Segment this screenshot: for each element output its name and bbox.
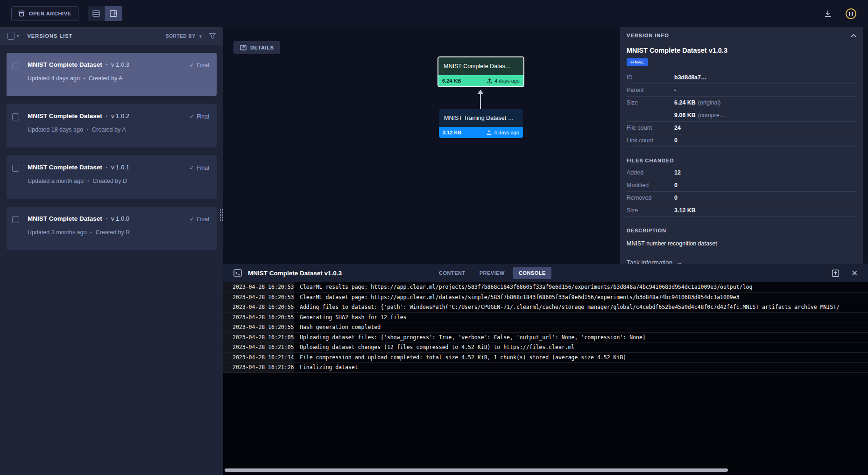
log-row: 2023-04-28 16:21:14 File compression and… [223, 353, 868, 363]
details-button[interactable]: DETAILS [233, 41, 280, 54]
version-checkbox[interactable] [12, 113, 19, 120]
version-updated: Updated 4 days ago [28, 75, 80, 82]
status-badge: ✓ Final [189, 164, 209, 171]
field-file-count: File count 24 [627, 122, 856, 134]
versions-list-header: ▾ VERSIONS LIST SORTED BY ▾ [0, 27, 223, 45]
view-toggle [88, 6, 122, 21]
table-view-icon [92, 10, 100, 17]
split-view-button[interactable] [105, 6, 122, 21]
version-updated: Updated 18 days ago [28, 126, 83, 133]
version-name: MNIST Complete Dataset [28, 215, 102, 222]
sorted-by-dropdown[interactable]: SORTED BY ▾ [166, 34, 202, 39]
files-changed-rows: Added 12 Modified 0 Removed 0 Size 3.12 … [627, 167, 856, 217]
log-row: 2023-04-28 16:21:05 Uploading dataset ch… [223, 342, 868, 353]
description-text: MNIST number recognition dataset [627, 240, 856, 247]
version-created: Created by R [96, 229, 130, 236]
field-parent: Parent - [627, 84, 856, 97]
dot-separator: • [106, 165, 107, 170]
version-created: Created by D [92, 178, 127, 184]
open-archive-button[interactable]: OPEN ARCHIVE [11, 6, 78, 21]
dot-separator: • [106, 114, 107, 119]
log-message: Hash generation completed [294, 322, 868, 332]
version-info-title: VERSION INFO [627, 33, 669, 38]
versions-sidebar: ▾ VERSIONS LIST SORTED BY ▾ MNIST Comple… [0, 27, 223, 475]
version-name: MNIST Complete Dataset [28, 112, 102, 119]
popout-icon [832, 269, 840, 277]
log-row: 2023-04-28 16:20:55 Adding files to data… [223, 302, 868, 313]
workers-queues-button[interactable] [845, 8, 857, 20]
expand-panel-button[interactable] [832, 269, 840, 277]
status-label: Final [197, 165, 209, 171]
version-checkbox[interactable] [12, 216, 19, 223]
dataset-node-complete[interactable]: MNIST Complete Datas… 6.24 KB 4 days ago [438, 56, 524, 87]
log-timestamp: 2023-04-28 16:20:55 [223, 322, 294, 332]
tab-content[interactable]: CONTENT [433, 267, 471, 279]
dot-separator: • [84, 76, 85, 81]
log-timestamp: 2023-04-28 16:20:53 [223, 282, 294, 292]
select-all-checkbox[interactable] [7, 33, 14, 40]
console-log: 2023-04-28 16:20:53 ClearML results page… [223, 282, 868, 373]
close-console-button[interactable]: ✕ [852, 269, 858, 278]
archive-icon [18, 10, 25, 17]
console-tabs: CONTENT PREVIEW CONSOLE [433, 267, 551, 279]
log-message: Generating SHA2 hash for 12 files [294, 313, 868, 322]
dot-separator: • [106, 217, 107, 221]
version-card-1-0-3[interactable]: MNIST Complete Dataset • v 1.0.3 Updated… [7, 53, 217, 96]
filter-icon[interactable] [209, 33, 216, 39]
console-dataset-title: MNIST Complete Dataset v1.0.3 [248, 270, 342, 277]
dataset-title: MNIST Complete Dataset v1.0.3 [627, 47, 856, 54]
upload-icon [487, 78, 492, 84]
version-checkbox[interactable] [12, 165, 19, 172]
node-age-label: 4 days ago [494, 130, 519, 135]
horizontal-scrollbar[interactable] [225, 468, 728, 472]
log-row: 2023-04-28 16:20:55 Hash generation comp… [223, 322, 868, 333]
field-label: Removed [627, 195, 674, 201]
field-value: 0 [674, 182, 677, 189]
log-message: Uploading dataset files: {'show_progress… [294, 333, 868, 342]
version-number: v 1.0.0 [111, 215, 129, 222]
status-badge: ✓ Final [189, 62, 209, 69]
chevron-up-icon [851, 34, 856, 37]
log-message: Uploading dataset changes (12 files comp… [294, 342, 868, 352]
files-changed-header: FILES CHANGED [627, 154, 856, 167]
log-row: 2023-04-28 16:21:26 Finalizing dataset [223, 363, 868, 373]
versions-list-title: VERSIONS LIST [28, 33, 73, 39]
status-badge: ✓ Final [189, 113, 209, 120]
description-header: DESCRIPTION [627, 224, 856, 237]
field-modified: Modified 0 [627, 179, 856, 192]
log-message: File compression and upload completed: t… [294, 353, 868, 363]
log-row: 2023-04-28 16:20:55 Generating SHA2 hash… [223, 313, 868, 323]
check-icon: ✓ [189, 62, 194, 69]
version-checkbox[interactable] [12, 62, 19, 69]
field-label: Link count [627, 137, 674, 144]
field-value: 0 [674, 137, 677, 144]
version-number: v 1.0.1 [111, 164, 129, 171]
field-value: 0 [674, 195, 677, 201]
node-size: 3.12 KB [443, 130, 461, 135]
tab-preview[interactable]: PREVIEW [474, 267, 510, 279]
task-information-link[interactable]: Task information → [627, 259, 856, 264]
terminal-icon [233, 269, 242, 277]
log-message: Adding files to dataset: {'path': Window… [294, 302, 868, 312]
version-card-1-0-0[interactable]: MNIST Complete Dataset • v 1.0.0 Updated… [7, 207, 217, 250]
top-bar: OPEN ARCHIVE [0, 0, 868, 27]
field-link-count: Link count 0 [627, 134, 856, 147]
dataset-node-training[interactable]: MNIST Training Dataset … 3.12 KB 4 days … [439, 109, 523, 138]
list-view-button[interactable] [88, 6, 105, 21]
version-card-1-0-1[interactable]: MNIST Complete Dataset • v 1.0.1 Updated… [7, 155, 217, 199]
collapse-panel-button[interactable] [851, 34, 856, 37]
final-badge: FINAL [627, 58, 648, 66]
split-view-icon [110, 10, 117, 17]
details-icon [240, 45, 247, 50]
tab-console[interactable]: CONSOLE [513, 267, 551, 279]
node-age-label: 4 days ago [494, 78, 520, 84]
download-button[interactable] [824, 9, 832, 18]
node-label: MNIST Complete Datas… [444, 63, 511, 70]
version-card-1-0-2[interactable]: MNIST Complete Dataset • v 1.0.2 Updated… [7, 104, 217, 147]
version-updated: Updated 3 months ago [28, 229, 86, 236]
field-value: - [674, 87, 676, 93]
log-timestamp: 2023-04-28 16:21:14 [223, 353, 294, 363]
log-row: 2023-04-28 16:20:53 ClearML dataset page… [223, 293, 868, 303]
select-all-caret-icon[interactable]: ▾ [17, 34, 19, 38]
log-message: ClearML dataset page: https://app.clear.… [294, 293, 868, 302]
